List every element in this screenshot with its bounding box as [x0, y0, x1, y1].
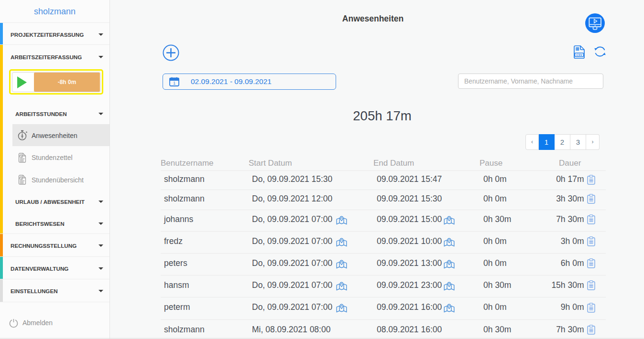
svg-text:CSV: CSV [576, 53, 582, 56]
svg-text:1: 1 [173, 81, 175, 85]
